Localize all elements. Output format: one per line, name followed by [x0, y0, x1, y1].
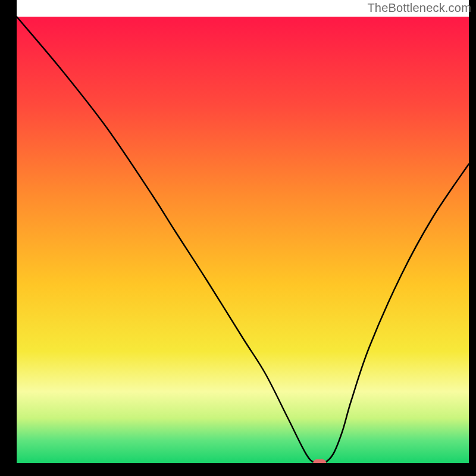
- chart-svg: [0, 0, 476, 476]
- gradient-background: [17, 17, 469, 463]
- bottleneck-chart: TheBottleneck.com: [0, 0, 476, 476]
- axis-right: [469, 0, 476, 476]
- watermark-text: TheBottleneck.com: [367, 1, 471, 15]
- axis-bottom: [0, 463, 476, 476]
- axis-left: [8, 0, 17, 476]
- frame-left-pad: [0, 0, 8, 476]
